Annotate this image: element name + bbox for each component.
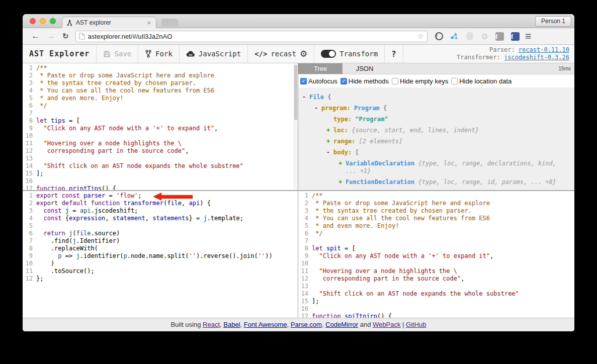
line-number: 15: [23, 170, 36, 177]
footer-link[interactable]: Babel: [223, 321, 240, 328]
zoom-window-button[interactable]: [50, 18, 56, 24]
line-number: 8: [298, 245, 312, 252]
expand-toggle[interactable]: +: [338, 160, 346, 167]
fork-icon: [145, 50, 152, 58]
close-window-button[interactable]: [30, 18, 36, 24]
footer-link[interactable]: React: [203, 321, 220, 328]
parser-settings-gear-icon[interactable]: ⚙: [300, 49, 307, 59]
code-line: 6 */: [298, 230, 574, 237]
checkbox-icon[interactable]: [451, 78, 458, 84]
transform-toggle-button[interactable]: Transform: [314, 45, 385, 63]
parser-version-label: Parser:: [489, 46, 515, 53]
back-icon[interactable]: ←: [31, 31, 40, 41]
tree-row[interactable]: +range: [2 elements]: [298, 138, 569, 145]
extension-molecule-icon[interactable]: [450, 32, 458, 40]
footer-link[interactable]: Font Awesome: [244, 321, 287, 328]
new-tab-button[interactable]: [161, 19, 179, 26]
checkbox-icon[interactable]: ✓: [340, 78, 347, 84]
footer: Built using React, Babel, Font Awesome, …: [23, 318, 574, 331]
url-bar[interactable]: astexplorer.net/#/uIl3Ja2nAO ☆: [75, 31, 428, 42]
code-line: 1/**: [23, 64, 298, 72]
tree-row[interactable]: ]: [298, 190, 569, 190]
output-tabs-row: Tree JSON 15ms: [298, 63, 574, 74]
bookmark-star-icon[interactable]: ☆: [417, 32, 423, 41]
tab-close-icon[interactable]: ×: [146, 19, 152, 27]
checkbox-icon[interactable]: ✓: [300, 78, 307, 84]
source-scrollbar[interactable]: [294, 63, 298, 190]
profile-button[interactable]: Person 1: [535, 16, 571, 27]
output-editor[interactable]: 1/**2 * Paste or drop some JavaScript he…: [298, 191, 574, 318]
line-number: 9: [23, 125, 36, 132]
ast-explorer-favicon: [66, 20, 73, 26]
extension-facebook-blue-icon[interactable]: f: [511, 32, 520, 41]
tab-json[interactable]: JSON: [343, 63, 387, 74]
chrome-menu-icon[interactable]: ≡: [525, 30, 531, 42]
line-number: 7: [23, 237, 36, 245]
tree-row[interactable]: +VariableDeclaration {type, loc, range, …: [298, 160, 569, 175]
footer-text: and: [358, 321, 373, 328]
source-editor[interactable]: 1/**2 * Paste or drop some JavaScript he…: [23, 63, 298, 190]
expand-toggle[interactable]: +: [326, 138, 333, 145]
forward-icon: →: [47, 31, 55, 41]
line-number: 10: [23, 260, 36, 267]
code-line: 9 p => j.identifier(p.node.name.split(''…: [23, 252, 298, 260]
reload-icon[interactable]: ↻: [62, 32, 69, 41]
code-line: 12};: [23, 275, 298, 283]
parser-version-link[interactable]: recast-0.11.10: [519, 46, 569, 53]
tree-row[interactable]: -File {: [298, 94, 569, 101]
tree-row[interactable]: +FunctionDeclaration {type, loc, range, …: [298, 178, 569, 186]
code-line: 16: [298, 305, 574, 313]
parser-button[interactable]: </> recast ⚙: [248, 45, 314, 63]
url-text[interactable]: astexplorer.net/#/uIl3Ja2nAO: [88, 33, 417, 40]
checkbox-label: Hide location data: [459, 77, 511, 85]
help-button[interactable]: ?: [385, 45, 403, 63]
extension-facebook-grey-icon[interactable]: f: [495, 32, 504, 41]
fork-button[interactable]: Fork: [138, 45, 180, 63]
tree-option-hide-location-data[interactable]: Hide location data: [451, 77, 511, 85]
code-line: 8 .replaceWith(: [23, 245, 298, 252]
browser-tab[interactable]: AST explorer ×: [62, 17, 156, 28]
tree-row[interactable]: -body: [: [298, 149, 569, 156]
tree-option-hide-methods[interactable]: ✓Hide methods: [340, 77, 389, 85]
expand-toggle[interactable]: +: [326, 127, 333, 134]
footer-link[interactable]: CodeMirror: [325, 321, 358, 328]
language-button[interactable]: JavaScript: [180, 45, 248, 63]
code-line: 4 * You can use all the cool new feature…: [23, 87, 298, 95]
tree-row[interactable]: type: "Program": [298, 116, 569, 123]
code-line: 7: [298, 237, 574, 245]
extension-onepassword-icon[interactable]: !: [435, 32, 443, 40]
line-number: 12: [298, 275, 312, 283]
line-number: 10: [23, 132, 36, 140]
code-line: 10: [298, 260, 574, 267]
footer-link[interactable]: GitHub: [406, 321, 426, 328]
line-number: 15: [298, 298, 312, 305]
extension-gear-icon[interactable]: ⚙: [481, 32, 488, 41]
checkbox-icon[interactable]: [392, 78, 398, 84]
extension-react-icon[interactable]: [465, 32, 474, 41]
expand-toggle[interactable]: +: [338, 178, 346, 186]
transform-editor[interactable]: 1export const parser = 'flow';2export de…: [23, 191, 298, 318]
collapse-toggle[interactable]: -: [326, 149, 333, 156]
line-number: 14: [23, 162, 36, 170]
line-number: 13: [23, 155, 36, 162]
footer-link[interactable]: Parse.com: [291, 321, 322, 328]
minimize-window-button[interactable]: [40, 18, 46, 24]
collapse-toggle[interactable]: -: [302, 94, 309, 101]
tree-row[interactable]: +loc: {source, start, end, lines, indent…: [298, 127, 569, 134]
tree-option-autofocus[interactable]: ✓Autofocus: [300, 77, 337, 85]
tab-tree[interactable]: Tree: [298, 63, 343, 74]
ast-tree-view[interactable]: -File {-program: Program {type: "Program…: [298, 87, 574, 190]
save-label: Save: [114, 50, 131, 58]
footer-link[interactable]: WebPack: [373, 321, 400, 328]
checkbox-label: Hide methods: [349, 77, 389, 85]
transformer-version-link[interactable]: jscodeshift-0.3.26: [504, 54, 569, 61]
save-button[interactable]: Save: [97, 45, 138, 63]
tree-option-hide-empty-keys[interactable]: Hide empty keys: [392, 77, 448, 85]
line-number: 3: [23, 207, 36, 215]
line-number: 10: [298, 260, 312, 267]
transform-toggle[interactable]: [321, 50, 336, 58]
collapse-toggle[interactable]: -: [314, 105, 321, 112]
tree-row[interactable]: -program: Program {: [298, 105, 569, 112]
red-arrow-annotation: [153, 193, 193, 201]
transform-label: Transform: [339, 50, 378, 58]
